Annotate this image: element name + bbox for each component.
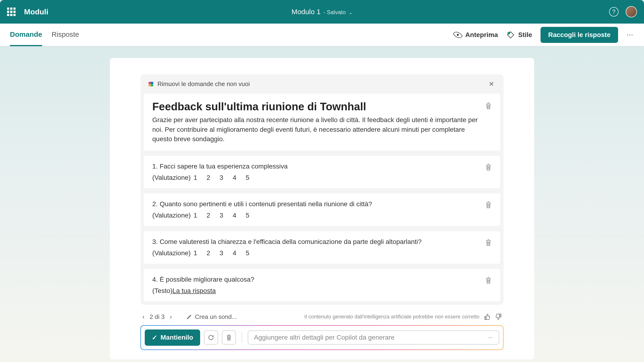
delete-title-icon[interactable] xyxy=(485,102,492,110)
question-item[interactable]: 1. Facci sapere la tua esperienza comple… xyxy=(144,156,500,188)
chevron-down-icon: ⌄ xyxy=(349,10,353,15)
close-icon[interactable]: ✕ xyxy=(489,80,494,88)
check-icon: ✓ xyxy=(152,334,157,342)
form-title-block[interactable]: Feedback sull'ultima riunione di Townhal… xyxy=(144,94,500,150)
discard-button[interactable] xyxy=(222,330,236,344)
preview-label: Anteprima xyxy=(465,31,498,39)
delete-question-icon[interactable] xyxy=(485,276,492,284)
thumbs-down-icon[interactable] xyxy=(495,314,502,320)
delete-question-icon[interactable] xyxy=(485,163,492,171)
prev-suggestion-icon[interactable]: ‹ xyxy=(142,313,144,320)
document-title: Modulo 1 xyxy=(291,8,320,16)
delete-question-icon[interactable] xyxy=(485,239,492,246)
tab-questions[interactable]: Domande xyxy=(10,30,42,46)
copilot-remove-label: Rimuovi le domande che non vuoi xyxy=(158,80,250,88)
app-launcher-icon[interactable] xyxy=(7,8,16,16)
question-item[interactable]: 3. Come valuteresti la chiarezza e l'eff… xyxy=(144,231,500,264)
style-button[interactable]: Stile xyxy=(506,31,532,39)
toolbar: Domande Risposte Anteprima Stile Raccogl… xyxy=(0,24,644,46)
help-icon[interactable]: ? xyxy=(609,7,618,16)
preview-button[interactable]: Anteprima xyxy=(454,31,498,39)
form-description: Grazie per aver partecipato alla nostra … xyxy=(152,115,480,144)
user-avatar[interactable] xyxy=(626,6,637,18)
style-label: Stile xyxy=(518,31,532,39)
suggestion-nav-bar: ‹ 2 di 3 › Crea un sond... Il contenuto … xyxy=(140,313,504,320)
style-icon xyxy=(506,31,515,39)
form-canvas: Rimuovi le domande che non vuoi ✕ Feedba… xyxy=(110,58,534,360)
more-options-icon[interactable]: ⋯ xyxy=(626,31,634,39)
copilot-action-row: ✓ Mantienilo Aggiungere altri dettagli p… xyxy=(140,325,504,350)
save-status: - Salvato xyxy=(324,9,346,16)
send-icon[interactable]: → xyxy=(486,334,493,341)
keep-button[interactable]: ✓ Mantienilo xyxy=(145,330,200,346)
pencil-icon xyxy=(186,314,192,320)
page-indicator: 2 di 3 xyxy=(150,313,165,320)
delete-question-icon[interactable] xyxy=(485,201,492,208)
question-item[interactable]: 2. Quanto sono pertinenti e utili i cont… xyxy=(144,194,500,226)
question-item[interactable]: 4. È possibile migliorare qualcosa? (Tes… xyxy=(144,269,500,302)
document-title-dropdown[interactable]: Modulo 1 - Salvato ⌄ xyxy=(291,8,352,16)
copilot-suggestion-card: Rimuovi le domande che non vuoi ✕ Feedba… xyxy=(140,74,504,305)
next-suggestion-icon[interactable]: › xyxy=(170,313,172,320)
tab-responses[interactable]: Risposte xyxy=(52,30,79,46)
copilot-prompt-input[interactable]: Aggiungere altri dettagli per Copilot da… xyxy=(248,330,499,344)
regenerate-button[interactable] xyxy=(204,330,218,344)
svg-point-4 xyxy=(151,84,154,86)
divider xyxy=(242,332,242,343)
form-title: Feedback sull'ultima riunione di Townhal… xyxy=(152,100,480,113)
eye-icon xyxy=(453,30,463,40)
header-bar: Moduli Modulo 1 - Salvato ⌄ ? xyxy=(0,0,644,24)
copilot-logo-icon xyxy=(148,81,154,88)
app-name[interactable]: Moduli xyxy=(24,8,48,16)
ai-disclaimer: Il contenuto generato dall'intelligenza … xyxy=(304,314,480,320)
edit-prompt-button[interactable]: Crea un sond... xyxy=(186,313,237,320)
collect-responses-button[interactable]: Raccogli le risposte xyxy=(540,27,618,43)
thumbs-up-icon[interactable] xyxy=(484,314,491,320)
